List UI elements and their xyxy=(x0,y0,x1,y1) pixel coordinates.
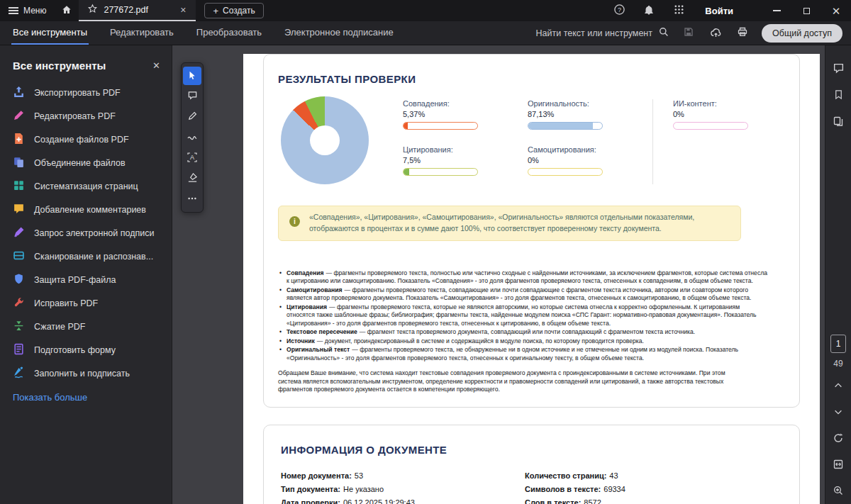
document-info-section: ИНФОРМАЦИЯ О ДОКУМЕНТЕ Номер документа:5… xyxy=(263,425,800,504)
close-window-button[interactable]: ✕ xyxy=(821,0,851,21)
search-icon xyxy=(658,26,669,40)
sidebar-item-organize-pages[interactable]: Систематизация страниц xyxy=(0,174,172,198)
docinfo-row: Слов в тексте:8572 xyxy=(525,498,769,504)
highlight-tool-button[interactable] xyxy=(183,169,201,188)
create-label: Создать xyxy=(223,6,255,16)
pages-panel-button[interactable] xyxy=(830,113,847,130)
metric-citations: Цитирования: 7,5% xyxy=(403,145,528,176)
zoom-in-button[interactable] xyxy=(830,483,847,500)
fill-sign-icon xyxy=(13,366,25,381)
search-label: Найти текст или инструмент xyxy=(536,28,652,38)
help-icon: ? xyxy=(613,4,625,18)
metric-bar-originality xyxy=(528,122,603,130)
docinfo-row: Тип документа:Не указано xyxy=(281,485,525,493)
tool-list: Экспортировать PDF Редактировать PDF Соз… xyxy=(0,81,172,385)
menu-label: Меню xyxy=(23,6,46,16)
bookmark-icon xyxy=(833,89,844,102)
repair-pdf-icon xyxy=(13,296,25,310)
select-tool-button[interactable] xyxy=(183,67,201,85)
results-donut-chart xyxy=(281,96,369,184)
save-button[interactable] xyxy=(681,26,696,41)
signature-tool-button[interactable] xyxy=(183,128,201,147)
all-tools-sidebar: Все инструменты ✕ Экспортировать PDF Ред… xyxy=(0,45,172,504)
plus-icon: + xyxy=(213,6,218,16)
maximize-button[interactable] xyxy=(791,0,821,21)
apps-button[interactable] xyxy=(671,3,686,18)
document-tab[interactable]: 277672.pdf × xyxy=(79,0,196,21)
tab-close-icon[interactable]: × xyxy=(177,4,189,16)
definition-item: Оригинальный текст— фрагменты проверяемо… xyxy=(278,346,767,362)
sidebar-item-export-pdf[interactable]: Экспортировать PDF xyxy=(0,81,172,104)
sidebar-title: Все инструменты xyxy=(13,60,106,72)
comment-tool-button[interactable] xyxy=(183,87,201,106)
edit-pdf-icon xyxy=(13,109,25,123)
squiggle-icon xyxy=(187,131,198,145)
home-button[interactable] xyxy=(55,0,79,21)
sidebar-item-scan-ocr[interactable]: Сканирование и распознав... xyxy=(0,245,172,268)
docinfo-row: Номер документа:53 xyxy=(281,471,525,480)
sidebar-item-protect-pdf[interactable]: Защита PDF-файла xyxy=(0,268,172,291)
add-comments-icon xyxy=(13,203,25,217)
close-icon: ✕ xyxy=(832,6,841,16)
protect-pdf-icon xyxy=(13,273,25,287)
sidebar-item-add-comments[interactable]: Добавление комментариев xyxy=(0,198,172,221)
info-icon: i xyxy=(289,215,301,230)
create-button[interactable]: + Создать xyxy=(204,3,263,18)
tab-edit[interactable]: Редактировать xyxy=(109,21,175,45)
sidebar-item-repair-pdf[interactable]: Исправить PDF xyxy=(0,291,172,315)
current-page-indicator[interactable]: 1 xyxy=(830,335,846,353)
compress-pdf-icon xyxy=(13,320,25,334)
print-button[interactable] xyxy=(735,26,750,41)
fit-width-icon xyxy=(833,459,844,472)
next-page-button[interactable] xyxy=(830,404,847,421)
textbox-icon: A xyxy=(187,152,198,165)
draw-tool-button[interactable] xyxy=(183,108,201,126)
request-signature-icon xyxy=(13,226,25,240)
tab-all-tools[interactable]: Все инструменты xyxy=(11,21,89,45)
sidebar-item-compress-pdf[interactable]: Сжатие PDF xyxy=(0,315,172,338)
sidebar-item-prepare-form[interactable]: Подготовить форму xyxy=(0,338,172,362)
results-title: РЕЗУЛЬТАТЫ ПРОВЕРКИ xyxy=(278,73,785,85)
combine-files-icon xyxy=(13,156,25,170)
sidebar-item-edit-pdf[interactable]: Редактировать PDF xyxy=(0,104,172,128)
notifications-button[interactable] xyxy=(641,3,657,18)
rotate-icon xyxy=(833,432,844,446)
home-icon xyxy=(61,4,72,18)
definition-item: Цитирования— фрагменты проверяемого текс… xyxy=(278,303,767,328)
bookmarks-panel-button[interactable] xyxy=(830,87,847,104)
show-more-link[interactable]: Показать больше xyxy=(0,385,172,410)
textbox-tool-button[interactable]: A xyxy=(183,149,201,167)
share-button[interactable]: Общий доступ xyxy=(762,24,842,43)
minimize-button[interactable] xyxy=(762,0,791,21)
docinfo-row: Символов в тексте:69334 xyxy=(525,485,769,493)
scan-ocr-icon xyxy=(13,250,25,264)
create-pdf-icon xyxy=(13,133,25,147)
more-tools-button[interactable] xyxy=(183,190,201,208)
total-pages-label: 49 xyxy=(833,359,842,369)
help-button[interactable]: ? xyxy=(611,3,627,18)
definition-item: Текстовое пересечение— фрагмент текста п… xyxy=(278,328,767,337)
sidebar-item-create-pdf[interactable]: Создание файлов PDF xyxy=(0,128,172,151)
search-tool[interactable]: Найти текст или инструмент xyxy=(536,26,669,40)
sidebar-close-icon[interactable]: ✕ xyxy=(152,60,160,71)
comments-panel-button[interactable] xyxy=(830,61,847,78)
window-controls: ✕ xyxy=(762,0,851,21)
docinfo-row: Дата проверки:06.12.2025 19:29:43 xyxy=(281,498,525,504)
sidebar-item-combine-files[interactable]: Объединение файлов xyxy=(0,151,172,174)
pdf-page[interactable]: РЕЗУЛЬТАТЫ ПРОВЕРКИ Совпадения: 5,37% xyxy=(243,54,820,504)
menu-button[interactable]: Меню xyxy=(0,0,55,21)
previous-page-button[interactable] xyxy=(830,378,847,395)
prepare-form-icon xyxy=(13,343,25,357)
rotate-page-button[interactable] xyxy=(830,430,847,447)
cloud-upload-icon xyxy=(710,26,722,40)
tab-convert[interactable]: Преобразовать xyxy=(195,21,263,45)
sidebar-item-request-signature[interactable]: Запрос электронной подписи xyxy=(0,221,172,245)
star-icon[interactable] xyxy=(87,4,98,17)
printer-icon xyxy=(737,26,748,40)
tab-esign[interactable]: Электронное подписание xyxy=(283,21,395,45)
sidebar-item-fill-sign[interactable]: Заполнить и подписать xyxy=(0,362,172,385)
cloud-upload-button[interactable] xyxy=(708,26,723,41)
cursor-icon xyxy=(187,70,197,82)
fit-width-button[interactable] xyxy=(830,457,847,474)
signin-button[interactable]: Войти xyxy=(705,6,733,16)
